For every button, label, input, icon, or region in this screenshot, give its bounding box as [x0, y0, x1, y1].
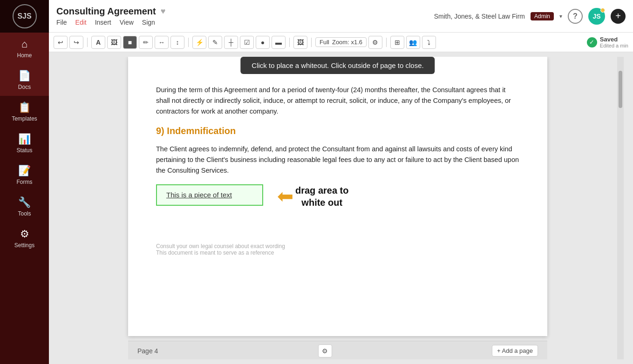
toolbar: ↩ ↪ A 🖼 ■ ✏ ↔ ↕ ⚡ ✎ ┼ ☑ ● ▬ 🖼 Full Zoom:… — [49, 33, 633, 52]
add-page-button[interactable]: + Add a page — [492, 345, 538, 357]
resize-v-button[interactable]: ↕ — [170, 36, 184, 49]
templates-icon: 📋 — [18, 101, 31, 114]
document-title: Consulting Agreement — [56, 6, 156, 17]
settings-icon: ⚙ — [20, 228, 29, 240]
admin-badge: Admin — [531, 12, 554, 20]
header-left: Consulting Agreement ♥ File Edit Insert … — [56, 6, 165, 26]
menu-file[interactable]: File — [56, 19, 67, 26]
users-tool-button[interactable]: 👥 — [406, 36, 420, 49]
header-right: Smith, Jones, & Steel Law Firm Admin ▾ ?… — [434, 8, 626, 25]
tools-icon: 🔧 — [18, 196, 31, 209]
resize-h-button[interactable]: ↔ — [155, 36, 169, 49]
table-tool-button[interactable]: ⊞ — [390, 36, 404, 49]
sidebar-item-label: Tools — [18, 210, 31, 217]
whiteout-area: This is a piece of text ⬅ drag area to w… — [156, 184, 519, 215]
drag-label: drag area to white out — [295, 184, 348, 209]
home-icon: ⌂ — [21, 38, 27, 50]
firm-name: Smith, Jones, & Steel Law Firm — [434, 13, 525, 20]
toolbar-sep-1 — [87, 38, 88, 47]
rect-tool-button[interactable]: ▬ — [272, 36, 286, 49]
docs-icon: 📄 — [18, 70, 31, 82]
grid-tool-button[interactable]: ⚙ — [368, 36, 382, 49]
saved-check-icon: ✓ — [587, 37, 597, 47]
logo-circle: SJS — [13, 4, 37, 28]
document-scroll-area[interactable]: Click to place a whiteout. Click outside… — [58, 57, 617, 359]
toolbar-sep-2 — [188, 38, 189, 47]
menu-insert[interactable]: Insert — [95, 19, 111, 26]
sidebar-item-home[interactable]: ⌂ Home — [0, 33, 49, 64]
section-body: The Client agrees to indemnify, defend, … — [156, 144, 519, 176]
sidebar-item-label: Status — [16, 147, 32, 154]
sidebar-item-templates[interactable]: 📋 Templates — [0, 96, 49, 128]
sidebar-item-label: Settings — [14, 242, 34, 249]
sidebar-item-docs[interactable]: 📄 Docs ▶ — [0, 64, 49, 96]
export-tool-button[interactable]: ⤵ — [422, 36, 436, 49]
saved-status: Saved Edited a min — [600, 36, 628, 48]
media-tool-button[interactable]: 🖼 — [293, 36, 307, 49]
admin-dropdown-icon[interactable]: ▾ — [559, 13, 562, 20]
shape-tool-button[interactable]: ■ — [123, 36, 137, 49]
sidebar-item-forms[interactable]: 📝 Forms — [0, 159, 49, 191]
sidebar: SJS ⌂ Home 📄 Docs ▶ 📋 Templates 📊 Status… — [0, 0, 49, 364]
saved-label: Saved — [600, 36, 628, 43]
document-page: Click to place a whiteout. Click outside… — [128, 57, 547, 336]
pen-tool-button[interactable]: ✏ — [139, 36, 153, 49]
drag-area-label: ⬅ drag area to white out — [277, 184, 348, 209]
favorite-icon[interactable]: ♥ — [161, 7, 166, 16]
document-footer: Consult your own legal counsel about exa… — [156, 243, 519, 256]
menu-edit[interactable]: Edit — [75, 19, 87, 26]
edit-tool-button[interactable]: ✎ — [208, 36, 222, 49]
scroll-thumb[interactable] — [619, 71, 622, 108]
checkbox-tool-button[interactable]: ☑ — [240, 36, 254, 49]
toolbar-sep-3 — [289, 38, 290, 47]
user-avatar[interactable]: JS — [588, 8, 605, 25]
app-logo[interactable]: SJS — [0, 0, 49, 33]
menu-view[interactable]: View — [120, 19, 134, 26]
add-button[interactable]: + — [611, 9, 626, 24]
saved-indicator: ✓ Saved Edited a min — [587, 36, 628, 48]
sidebar-item-settings[interactable]: ⚙ Settings — [0, 222, 49, 254]
whiteout-text: This is a piece of text — [166, 191, 232, 199]
page-bar: Page 4 ⚙ + Add a page — [128, 341, 547, 359]
forms-icon: 📝 — [18, 165, 31, 177]
menu-sign[interactable]: Sign — [142, 19, 155, 26]
image-tool-button[interactable]: 🖼 — [107, 36, 121, 49]
zoom-value: Zoom: x1.6 — [332, 39, 362, 46]
radio-tool-button[interactable]: ● — [256, 36, 270, 49]
zoom-full-label: Full — [320, 39, 329, 46]
sidebar-item-label: Home — [17, 52, 32, 59]
sidebar-item-label: Docs — [18, 84, 31, 90]
arrow-icon: ⬅ — [277, 187, 293, 206]
content-area[interactable]: Click to place a whiteout. Click outside… — [49, 52, 633, 364]
saved-sub: Edited a min — [600, 43, 628, 48]
help-button[interactable]: ? — [568, 9, 583, 24]
redo-button[interactable]: ↪ — [69, 36, 83, 49]
cursor-tool-button[interactable]: ┼ — [224, 36, 238, 49]
zoom-control[interactable]: Full Zoom: x1.6 — [315, 37, 367, 47]
sidebar-item-tools[interactable]: 🔧 Tools — [0, 191, 49, 222]
sidebar-item-label: Templates — [12, 115, 37, 122]
main-content: Consulting Agreement ♥ File Edit Insert … — [49, 0, 633, 364]
sidebar-item-status[interactable]: 📊 Status — [0, 128, 49, 159]
toolbar-sep-5 — [386, 38, 387, 47]
text-tool-button[interactable]: A — [91, 36, 105, 49]
intro-paragraph: During the term of this Agreement and fo… — [156, 85, 519, 117]
section-heading: 9) Indemnification — [156, 126, 519, 136]
menu-bar: File Edit Insert View Sign — [56, 19, 165, 26]
field-tool-button[interactable]: ⚡ — [192, 36, 206, 49]
avatar-status-dot — [600, 8, 605, 13]
status-icon: 📊 — [18, 133, 31, 145]
scrollbar[interactable] — [617, 57, 624, 359]
whiteout-tooltip: Click to place a whiteout. Click outside… — [240, 57, 435, 74]
header: Consulting Agreement ♥ File Edit Insert … — [49, 0, 633, 33]
document-title-row: Consulting Agreement ♥ — [56, 6, 165, 17]
page-label: Page 4 — [137, 347, 158, 355]
sidebar-item-label: Forms — [17, 179, 33, 185]
undo-button[interactable]: ↩ — [54, 36, 68, 49]
whiteout-selection-box[interactable]: This is a piece of text — [156, 184, 263, 206]
toolbar-sep-4 — [311, 38, 312, 47]
page-settings-button[interactable]: ⚙ — [318, 344, 332, 357]
